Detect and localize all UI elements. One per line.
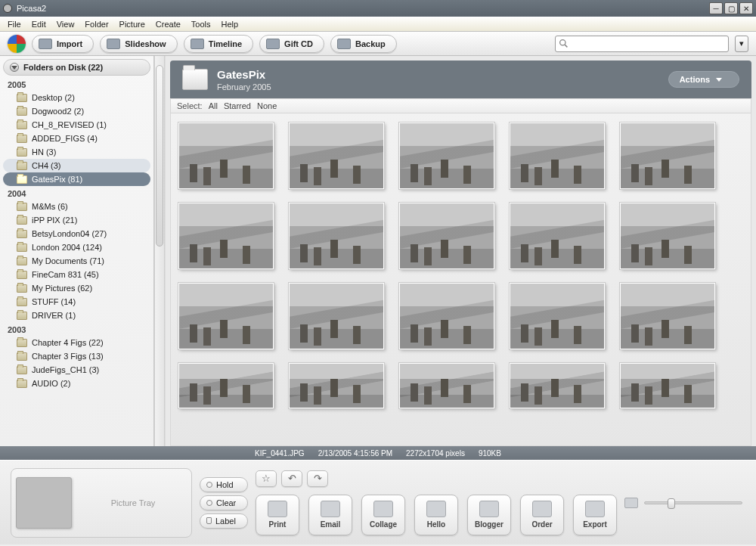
- thumbnail[interactable]: [289, 363, 384, 408]
- tray-thumbnail[interactable]: [16, 477, 72, 529]
- thumbnail[interactable]: [620, 283, 715, 349]
- thumbnail[interactable]: [178, 363, 274, 408]
- folder-row[interactable]: Desktop (2): [3, 91, 150, 104]
- export-button[interactable]: Export: [573, 495, 617, 535]
- menu-folder[interactable]: Folder: [80, 18, 113, 30]
- search-box[interactable]: [555, 36, 729, 52]
- folder-row[interactable]: Chapter 3 Figs (13): [3, 349, 150, 363]
- folder-row[interactable]: GatesPix (81): [3, 172, 150, 186]
- collapse-disc-icon: [10, 63, 19, 72]
- zoom-knob[interactable]: [668, 498, 675, 509]
- folder-icon: [17, 135, 27, 143]
- order-button[interactable]: Order: [520, 495, 564, 535]
- folder-icon: [17, 284, 27, 293]
- folder-label: GatesPix (81): [32, 175, 82, 184]
- import-button[interactable]: Import: [32, 35, 94, 53]
- menu-help[interactable]: Help: [217, 18, 243, 30]
- folder-row[interactable]: FineCam 831 (45): [3, 268, 150, 281]
- folder-row[interactable]: HN (3): [3, 145, 150, 159]
- select-all[interactable]: All: [209, 101, 218, 110]
- tray-label: Picture Tray: [79, 498, 187, 507]
- select-starred[interactable]: Starred: [224, 101, 251, 110]
- blogger-button[interactable]: Blogger: [467, 495, 511, 535]
- thumbnail[interactable]: [289, 283, 384, 349]
- folder-row[interactable]: M&Ms (6): [3, 200, 150, 213]
- folder-icon: [17, 230, 27, 238]
- menu-view[interactable]: View: [52, 18, 79, 30]
- timeline-button[interactable]: Timeline: [184, 35, 253, 53]
- hold-button[interactable]: Hold: [200, 477, 248, 492]
- thumbnail[interactable]: [399, 123, 494, 189]
- folder-row[interactable]: AUDIO (2): [3, 377, 150, 390]
- select-none[interactable]: None: [257, 101, 277, 110]
- sidebar-header[interactable]: Folders on Disk (22): [3, 59, 150, 76]
- folder-row[interactable]: CH_8_REVISED (1): [3, 118, 150, 132]
- close-button[interactable]: ✕: [739, 2, 753, 14]
- sidebar-scrollbar[interactable]: [154, 56, 165, 446]
- folder-icon: [17, 203, 27, 211]
- giftcd-button[interactable]: Gift CD: [259, 35, 324, 53]
- thumbnail[interactable]: [289, 203, 384, 269]
- folder-row[interactable]: My Documents (71): [3, 254, 150, 268]
- folder-row[interactable]: BetsyLondon04 (27): [3, 227, 150, 240]
- menu-edit[interactable]: Edit: [27, 18, 51, 30]
- thumbnail[interactable]: [510, 203, 605, 269]
- menu-tools[interactable]: Tools: [187, 18, 215, 30]
- maximize-button[interactable]: ▢: [724, 2, 738, 14]
- folder-icon: [17, 175, 27, 184]
- backup-button[interactable]: Backup: [330, 35, 397, 53]
- folder-row[interactable]: STUFF (14): [3, 295, 150, 309]
- folder-label: AUDIO (2): [32, 379, 70, 388]
- collage-button[interactable]: Collage: [361, 495, 405, 535]
- menu-file[interactable]: File: [3, 18, 26, 30]
- search-input[interactable]: [572, 37, 725, 51]
- thumbnail[interactable]: [510, 123, 605, 189]
- thumbnail[interactable]: [620, 363, 715, 408]
- thumbnail[interactable]: [178, 203, 274, 269]
- folder-row[interactable]: Chapter 4 Figs (22): [3, 336, 150, 349]
- thumbnail[interactable]: [620, 203, 715, 269]
- select-row: Select: All Starred None: [170, 98, 751, 113]
- print-button[interactable]: Print: [256, 495, 299, 535]
- menu-create[interactable]: Create: [151, 18, 185, 30]
- folder-row[interactable]: Dogwood2 (2): [3, 104, 150, 118]
- folder-row[interactable]: London 2004 (124): [3, 240, 150, 254]
- folder-row[interactable]: CH4 (3): [3, 159, 150, 172]
- folder-row[interactable]: My Pictures (62): [3, 281, 150, 295]
- folder-label: HN (3): [32, 147, 56, 157]
- star-button[interactable]: ☆: [256, 470, 277, 487]
- rotate-right-button[interactable]: ↷: [307, 470, 328, 487]
- folder-label: London 2004 (124): [32, 243, 102, 252]
- status-filename: KIF_0441.JPG: [255, 449, 305, 458]
- thumbnail[interactable]: [510, 283, 605, 349]
- menu-picture[interactable]: Picture: [115, 18, 150, 30]
- folder-row[interactable]: JudeFigs_CH1 (3): [3, 363, 150, 377]
- thumbnail[interactable]: [178, 283, 274, 349]
- thumbnail[interactable]: [510, 363, 605, 408]
- label-button[interactable]: Label: [200, 513, 248, 529]
- minimize-button[interactable]: ─: [709, 2, 723, 14]
- hello-button[interactable]: Hello: [414, 495, 458, 535]
- folder-icon: [17, 244, 27, 252]
- actions-button[interactable]: Actions: [668, 71, 739, 88]
- sidebar-scroll-thumb[interactable]: [156, 65, 163, 247]
- thumbnail-pane: [170, 113, 751, 446]
- zoom-icon: [624, 498, 638, 508]
- rotate-left-button[interactable]: ↶: [281, 470, 302, 487]
- folder-row[interactable]: iPP PIX (21): [3, 213, 150, 227]
- thumbnail[interactable]: [178, 123, 274, 189]
- thumbnail[interactable]: [399, 283, 494, 349]
- email-button[interactable]: Email: [308, 495, 352, 535]
- thumbnail[interactable]: [399, 203, 494, 269]
- thumbnail[interactable]: [289, 123, 384, 189]
- folder-row[interactable]: DRIVER (1): [3, 309, 150, 322]
- zoom-slider[interactable]: [644, 501, 742, 504]
- folder-row[interactable]: ADDED_FIGS (4): [3, 132, 150, 145]
- folder-label: CH4 (3): [32, 161, 61, 170]
- clear-button[interactable]: Clear: [200, 495, 248, 510]
- thumbnail[interactable]: [620, 123, 715, 189]
- thumbnail[interactable]: [399, 363, 494, 408]
- search-dropdown-button[interactable]: ▾: [735, 36, 748, 52]
- folder-icon: [17, 352, 27, 361]
- slideshow-button[interactable]: Slideshow: [100, 35, 177, 53]
